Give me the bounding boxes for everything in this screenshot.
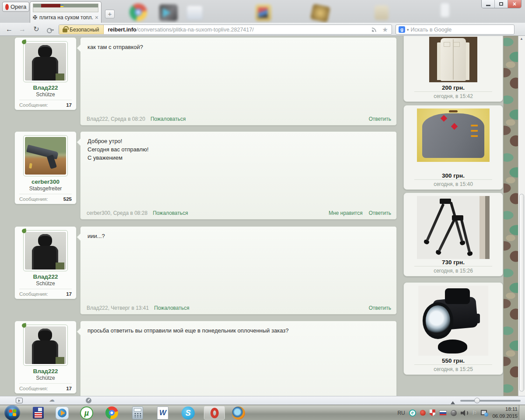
network-icon[interactable]	[481, 410, 488, 416]
username-link[interactable]: Влад222	[15, 273, 76, 280]
avatar[interactable]	[23, 41, 68, 82]
user-stats: Сообщения: 17	[19, 289, 72, 297]
avatar-art-detail	[29, 163, 32, 169]
forward-button[interactable]: →	[17, 24, 28, 35]
taskbar-clock[interactable]: 18:11 06.09.2015	[492, 406, 518, 420]
windows-taskbar: µ W S RU e ⚐ 18:11 06.09.2015	[0, 405, 525, 420]
product-card[interactable]: 200 грн. сегодня, в 15:42	[403, 36, 503, 102]
avatar[interactable]	[23, 325, 68, 366]
report-link[interactable]: Пожаловаться	[150, 116, 186, 122]
browser-toolbar: ← → ↻ Безопасный reibert.info/conversati…	[0, 23, 525, 36]
report-link[interactable]: Пожаловаться	[153, 210, 188, 216]
product-card[interactable]: 550 грн. сегодня, в 15:25	[403, 282, 503, 375]
restore-button[interactable]	[495, 0, 508, 8]
messages-count: 17	[66, 102, 72, 108]
messages-label: Сообщения:	[19, 196, 48, 202]
taskbar-word-button[interactable]: W	[155, 406, 170, 420]
user-rank: Schütze	[15, 91, 76, 98]
search-input[interactable]	[411, 27, 511, 33]
opera-link-cloud-icon[interactable]: ☁	[49, 396, 55, 403]
product-card[interactable]: 730 грн. сегодня, в 15:26	[403, 192, 503, 276]
zoom-slider-knob[interactable]	[474, 398, 480, 403]
messages-count: 525	[63, 196, 72, 202]
opera-turbo-gauge-icon[interactable]	[86, 398, 91, 403]
avatar-art-detail	[56, 262, 64, 270]
security-badge[interactable]: Безопасный	[59, 25, 104, 34]
search-engine-caret-icon[interactable]: ▾	[407, 28, 409, 32]
close-icon: ×	[513, 1, 516, 7]
taskbar-firefox-button[interactable]	[231, 406, 246, 420]
taskbar-skype-button[interactable]: S	[181, 406, 196, 420]
russian-flag-icon[interactable]	[439, 410, 447, 416]
url-text[interactable]: reibert.info/conversations/plitka-na-sux…	[104, 27, 371, 33]
username-link[interactable]: cerber300	[15, 178, 76, 185]
scroll-up-icon[interactable]: ▲	[520, 37, 523, 41]
language-indicator[interactable]: RU	[397, 410, 405, 416]
product-image-bipod	[417, 196, 490, 259]
zoom-menu-icon[interactable]	[451, 399, 455, 404]
opera-menu-button[interactable]: Opera	[2, 2, 29, 12]
reply-link[interactable]: Ответить	[369, 305, 391, 311]
address-bar[interactable]: Безопасный reibert.info/conversations/pl…	[59, 24, 392, 35]
messages-count: 17	[66, 291, 72, 297]
product-time: сегодня, в 15:25	[414, 364, 492, 372]
start-button[interactable]	[4, 405, 20, 420]
avatar[interactable]	[23, 230, 68, 271]
reply-link[interactable]: Ответить	[369, 210, 391, 216]
site-favicon-cross-icon: ✠	[33, 15, 37, 20]
product-art-detail	[469, 314, 480, 323]
url-path: /conversations/plitka-na-suxom-toplive.2…	[136, 27, 254, 33]
desktop-folder-icon-blurred	[256, 4, 271, 21]
product-art-detail	[440, 199, 451, 204]
taskbar-utorrent-button[interactable]: µ	[79, 406, 94, 420]
taskbar-save-app-button[interactable]	[31, 406, 46, 420]
browser-status-bar: ☁	[0, 396, 525, 405]
panels-toggle-icon[interactable]	[16, 398, 23, 403]
rss-icon[interactable]	[371, 27, 378, 33]
search-box[interactable]: g ▾	[396, 24, 514, 35]
message-meta: Влад222, Среда в 08:20	[87, 116, 145, 122]
new-tab-button[interactable]: +	[105, 10, 115, 18]
user-card: Влад222 Schütze Сообщения: 17	[14, 37, 77, 110]
product-image-shirt	[429, 37, 477, 82]
word-icon: W	[157, 406, 168, 420]
sphere-tray-icon[interactable]	[451, 410, 457, 416]
password-key-button[interactable]	[45, 24, 56, 35]
avatar[interactable]	[23, 135, 68, 176]
url-domain: reibert.info	[108, 27, 136, 33]
show-desktop-button[interactable]	[519, 405, 525, 420]
red-tray-icon[interactable]	[420, 410, 426, 416]
taskbar-media-player-button[interactable]	[55, 406, 70, 420]
bookmark-star-icon[interactable]: ★	[382, 26, 388, 33]
user-rank: Schütze	[15, 280, 76, 287]
scrollbar-thumb[interactable]	[519, 194, 524, 392]
zoom-slider[interactable]	[460, 400, 521, 402]
report-link[interactable]: Пожаловаться	[154, 305, 189, 311]
messages-label: Сообщения:	[19, 291, 48, 297]
tab-close-icon[interactable]: ×	[95, 14, 98, 21]
reload-button[interactable]: ↻	[31, 24, 42, 35]
taskbar-opera-button-active[interactable]	[204, 406, 225, 420]
close-button[interactable]: ×	[508, 0, 521, 8]
reply-link[interactable]: Ответить	[369, 116, 391, 122]
vertical-scrollbar[interactable]: ▲	[518, 36, 525, 396]
restore-icon	[499, 2, 503, 6]
back-button[interactable]: ←	[4, 24, 15, 35]
username-link[interactable]: Влад222	[15, 84, 76, 91]
minimize-button[interactable]	[482, 0, 495, 8]
floppy-icon	[33, 407, 44, 419]
shield-icon[interactable]	[430, 410, 435, 416]
username-link[interactable]: Влад222	[15, 368, 76, 374]
taskbar-chrome-button[interactable]	[104, 406, 119, 420]
action-center-flag-icon[interactable]: ⚐	[472, 410, 477, 416]
tab-active[interactable]: ✠ плитка на сухом топл... ×	[30, 1, 102, 23]
like-link[interactable]: Мне нравится	[329, 210, 363, 216]
eset-antivirus-icon[interactable]: e	[409, 410, 416, 416]
volume-icon[interactable]	[461, 410, 468, 416]
product-card[interactable]: 300 грн. сегодня, в 15:40	[403, 105, 503, 190]
taskbar-calculator-button[interactable]	[130, 406, 145, 420]
avatar-image-diver	[25, 326, 66, 364]
utorrent-icon: µ	[80, 406, 93, 420]
message-bubble: как там с отправкой? Влад222, Среда в 08…	[80, 37, 397, 126]
product-price: 300 грн.	[404, 172, 503, 179]
